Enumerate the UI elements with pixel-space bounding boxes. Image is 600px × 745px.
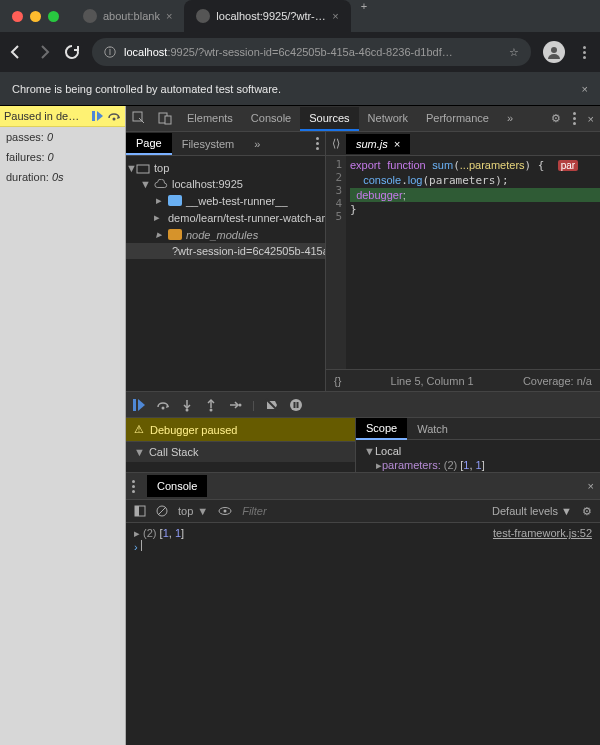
tree-item-file[interactable]: ?wtr-session-id=6c42505b-415a [126, 243, 325, 259]
resume-icon[interactable] [91, 110, 105, 122]
window-titlebar: about:blank × localhost:9925/?wtr-sessio… [0, 0, 600, 32]
info-icon: i [104, 46, 116, 58]
failures-stat: failures: 0 [0, 147, 125, 167]
profile-avatar[interactable] [543, 41, 565, 63]
infobar-message: Chrome is being controlled by automated … [12, 83, 281, 95]
svg-point-11 [186, 408, 189, 411]
debugger-controls: | [126, 392, 600, 418]
reload-icon[interactable] [64, 44, 80, 60]
step-over-icon[interactable] [156, 398, 170, 412]
log-source-link[interactable]: test-framework.js:52 [493, 527, 592, 540]
tree-item-folder[interactable]: ▸node_modules [126, 226, 325, 243]
devtools-tab-performance[interactable]: Performance [417, 107, 498, 131]
devtools-tab-sources[interactable]: Sources [300, 107, 358, 131]
close-devtools-icon[interactable]: × [582, 113, 600, 125]
close-drawer-icon[interactable]: × [588, 480, 594, 492]
tree-item-folder[interactable]: ▸__web-test-runner__ [126, 192, 325, 209]
brackets-indicator[interactable]: {} [334, 375, 341, 387]
log-levels-selector[interactable]: Default levels ▼ [492, 505, 572, 517]
navigator-tab-filesystem[interactable]: Filesystem [172, 134, 245, 154]
svg-point-12 [210, 408, 213, 411]
duration-stat: duration: 0s [0, 167, 125, 187]
tree-item-folder[interactable]: ▸demo/learn/test-runner-watch-an [126, 209, 325, 226]
tree-item-top[interactable]: ▼top [126, 160, 325, 176]
clear-console-icon[interactable] [156, 505, 168, 517]
maximize-dot[interactable] [48, 11, 59, 22]
drawer-tab-console[interactable]: Console [147, 475, 207, 497]
new-tab-button[interactable]: + [351, 0, 377, 32]
browser-tab[interactable]: about:blank × [71, 0, 184, 32]
tab-favicon [196, 9, 210, 23]
step-icon[interactable] [228, 398, 242, 412]
minimize-dot[interactable] [30, 11, 41, 22]
svg-rect-16 [296, 402, 298, 408]
close-infobar-icon[interactable]: × [582, 83, 588, 95]
console-filter-input[interactable] [242, 505, 482, 517]
svg-rect-3 [92, 111, 95, 121]
close-tab-icon[interactable]: × [332, 10, 338, 22]
step-over-icon[interactable] [107, 110, 121, 122]
close-file-icon[interactable]: × [394, 138, 400, 150]
drawer-menu-icon[interactable] [126, 480, 141, 493]
devtools-tab-network[interactable]: Network [359, 107, 417, 131]
passes-stat: passes: 0 [0, 127, 125, 147]
callstack-header[interactable]: ▼Call Stack [126, 442, 355, 462]
console-log-line[interactable]: ▸ (2) [1, 1] test-framework.js:52 [134, 527, 592, 540]
traffic-lights [0, 11, 71, 22]
sources-navigator: Page Filesystem » ▼top ▼localhost:9925 ▸… [126, 132, 326, 391]
scope-tab[interactable]: Scope [356, 418, 407, 440]
back-icon[interactable] [8, 44, 24, 60]
pause-on-exceptions-icon[interactable] [289, 398, 303, 412]
browser-tab[interactable]: localhost:9925/?wtr-session-i × [184, 0, 350, 32]
url-path: /?wtr-session-id=6c42505b-415a-46cd-8236… [195, 46, 453, 58]
debugger-paused-banner: ⚠Debugger paused [126, 418, 355, 442]
watch-tab[interactable]: Watch [407, 419, 458, 439]
editor-tab[interactable]: sum.js× [346, 134, 410, 154]
coverage-label: Coverage: n/a [523, 375, 592, 387]
url-host: localhost [124, 46, 167, 58]
step-into-icon[interactable] [180, 398, 194, 412]
file-tree: ▼top ▼localhost:9925 ▸__web-test-runner_… [126, 156, 325, 263]
console-output[interactable]: ▸ (2) [1, 1] test-framework.js:52 › [126, 523, 600, 745]
context-selector[interactable]: top▼ [178, 505, 208, 517]
automation-infobar: Chrome is being controlled by automated … [0, 72, 600, 106]
debugger-right-panel: Scope Watch ▼Local ▸parameters: (2) [1, … [356, 418, 600, 472]
navigator-menu-icon[interactable] [310, 137, 325, 150]
navigator-tab-page[interactable]: Page [126, 133, 172, 155]
device-mode-icon[interactable] [152, 111, 178, 127]
devtools-tab-console[interactable]: Console [242, 107, 300, 131]
console-settings-gear-icon[interactable]: ⚙ [582, 505, 592, 518]
paused-banner: Paused in de… [0, 106, 125, 127]
address-bar: i localhost:9925/?wtr-session-id=6c42505… [0, 32, 600, 72]
console-prompt[interactable]: › [134, 540, 592, 553]
devtools-tabs-more-icon[interactable]: » [498, 107, 522, 131]
close-tab-icon[interactable]: × [166, 10, 172, 22]
tree-item-host[interactable]: ▼localhost:9925 [126, 176, 325, 192]
resume-icon[interactable] [132, 398, 146, 412]
tab-favicon [83, 9, 97, 23]
devtools-panel: Elements Console Sources Network Perform… [126, 106, 600, 745]
settings-gear-icon[interactable]: ⚙ [545, 112, 567, 125]
editor-nav-icon[interactable]: ⟨⟩ [326, 137, 346, 150]
step-out-icon[interactable] [204, 398, 218, 412]
close-dot[interactable] [12, 11, 23, 22]
browser-menu-icon[interactable] [577, 46, 592, 59]
debugger-left-panel: ⚠Debugger paused ▼Call Stack [126, 418, 356, 472]
live-expression-icon[interactable] [218, 505, 232, 517]
page-content: Paused in de… passes: 0 failures: 0 dura… [0, 106, 126, 745]
svg-rect-15 [293, 402, 295, 408]
code-editor[interactable]: 12345 export function sum(...parameters)… [326, 156, 600, 369]
deactivate-breakpoints-icon[interactable] [265, 398, 279, 412]
inspect-icon[interactable] [126, 111, 152, 127]
star-icon[interactable]: ☆ [509, 46, 519, 59]
navigator-tabs-more-icon[interactable]: » [244, 134, 270, 154]
forward-icon[interactable] [36, 44, 52, 60]
svg-text:i: i [109, 46, 111, 57]
console-sidebar-icon[interactable] [134, 505, 146, 517]
devtools-menu-icon[interactable] [567, 112, 582, 125]
svg-point-10 [162, 406, 165, 409]
svg-rect-9 [133, 399, 136, 411]
devtools-tab-elements[interactable]: Elements [178, 107, 242, 131]
url-input[interactable]: i localhost:9925/?wtr-session-id=6c42505… [92, 38, 531, 66]
cursor-position: Line 5, Column 1 [391, 375, 474, 387]
